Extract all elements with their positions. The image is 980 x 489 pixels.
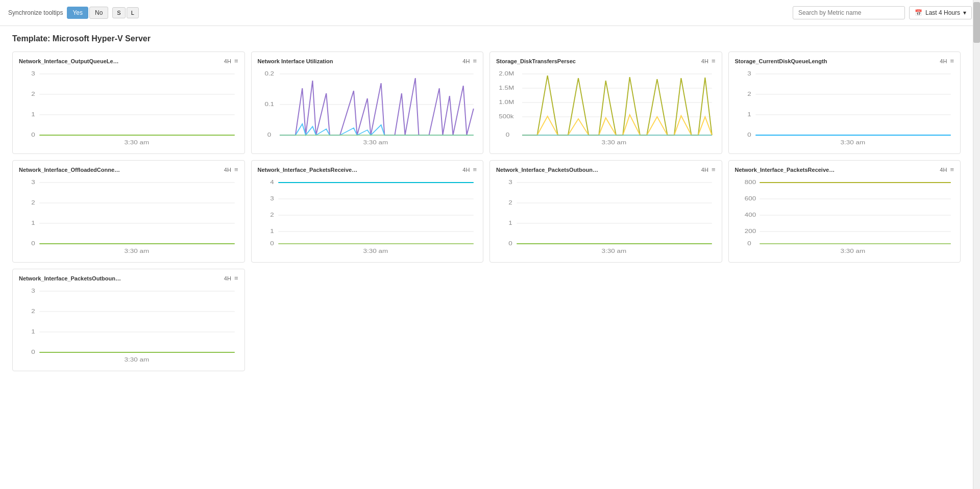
chart-card-2: Network Interface Utilization 4H ≡ 0.2 0… (251, 52, 484, 154)
svg-text:3:30 am: 3:30 am (840, 248, 865, 254)
size-l-button[interactable]: L (127, 7, 139, 18)
no-button[interactable]: No (89, 7, 108, 19)
svg-text:0: 0 (31, 349, 35, 355)
svg-text:400: 400 (744, 212, 756, 218)
chart-controls-6: 4H ≡ (462, 166, 477, 173)
svg-text:2: 2 (31, 308, 35, 315)
top-bar: Synchronize tooltips Yes No S L 📅 Last 4… (0, 0, 980, 26)
top-bar-right: 📅 Last 4 Hours ▾ (793, 6, 972, 19)
chart-svg-8: 800 600 400 200 0 3:30 (735, 176, 954, 258)
svg-text:0: 0 (31, 241, 35, 247)
svg-text:0: 0 (747, 132, 751, 138)
chart-controls-7: 4H ≡ (701, 166, 716, 173)
chart-body-5: 3 2 1 0 3:30 am (19, 176, 238, 258)
chart-svg-4: 3 2 1 0 3:30 am (735, 68, 954, 149)
chart-time-8: 4H (940, 167, 947, 173)
search-input[interactable] (793, 6, 905, 19)
svg-text:2: 2 (747, 91, 751, 97)
size-s-button[interactable]: S (112, 7, 125, 18)
chart-menu-icon-4[interactable]: ≡ (950, 57, 954, 65)
svg-text:3:30 am: 3:30 am (363, 248, 388, 254)
chart-menu-icon-5[interactable]: ≡ (234, 166, 238, 173)
svg-text:1: 1 (31, 220, 35, 226)
charts-grid: Network_Interface_OutputQueueLength 4H ≡… (12, 52, 961, 371)
svg-text:2: 2 (270, 212, 274, 218)
yes-no-group: Yes No (67, 7, 108, 19)
svg-text:1: 1 (31, 112, 35, 118)
chart-menu-icon-6[interactable]: ≡ (473, 166, 477, 173)
chart-card-4: Storage_CurrentDiskQueueLength 4H ≡ 3 2 … (728, 52, 961, 154)
chart-svg-7: 3 2 1 0 3:30 am (496, 176, 716, 258)
svg-text:3:30 am: 3:30 am (840, 140, 865, 146)
chart-title-2: Network Interface Utilization (258, 58, 333, 64)
chart-menu-icon-9[interactable]: ≡ (234, 274, 238, 282)
chart-svg-1: 3 2 1 0 3:30 am (19, 68, 238, 149)
chart-time-5: 4H (224, 167, 231, 173)
chart-controls-3: 4H ≡ (701, 57, 716, 65)
chart-controls-9: 4H ≡ (224, 274, 238, 282)
svg-text:3:30 am: 3:30 am (125, 357, 150, 363)
svg-text:1.5M: 1.5M (499, 85, 514, 91)
chart-header-3: Storage_DiskTransfersPersec 4H ≡ (496, 57, 716, 65)
svg-text:1: 1 (747, 112, 751, 118)
svg-text:3:30 am: 3:30 am (363, 140, 388, 146)
chart-title-6: Network_Interface_PacketsReceivedErrors (258, 167, 360, 173)
chart-body-8: 800 600 400 200 0 3:30 (735, 176, 954, 258)
svg-text:3: 3 (31, 71, 35, 77)
svg-text:500k: 500k (499, 114, 513, 120)
chart-card-8: Network_Interface_PacketsReceivedDiscard… (728, 160, 961, 263)
chart-controls-2: 4H ≡ (462, 57, 477, 65)
chart-header-7: Network_Interface_PacketsOutboundDiscar.… (496, 166, 716, 173)
chart-time-7: 4H (701, 167, 708, 173)
chart-menu-icon-8[interactable]: ≡ (950, 166, 954, 173)
scrollbar-thumb[interactable] (973, 2, 980, 43)
chart-time-6: 4H (462, 167, 470, 173)
chart-svg-9: 3 2 1 0 3:30 am (19, 285, 238, 367)
chart-body-9: 3 2 1 0 3:30 am (19, 285, 238, 367)
svg-text:4: 4 (270, 179, 274, 186)
svg-text:3: 3 (31, 179, 35, 186)
svg-text:3: 3 (270, 196, 274, 202)
svg-text:0: 0 (506, 132, 510, 138)
svg-text:3: 3 (31, 288, 35, 294)
sync-label: Synchronize tooltips (8, 9, 63, 16)
chart-body-2: 0.2 0.1 0 3:30 am (258, 68, 477, 149)
chart-time-3: 4H (701, 58, 708, 64)
svg-text:1: 1 (31, 329, 35, 335)
svg-text:0.2: 0.2 (264, 71, 274, 77)
chart-card-5: Network_Interface_OffloadedConnections 4… (12, 160, 245, 263)
chart-menu-icon-7[interactable]: ≡ (712, 166, 716, 173)
chart-menu-icon-2[interactable]: ≡ (473, 57, 477, 65)
chart-menu-icon-1[interactable]: ≡ (234, 57, 238, 65)
content: Template: Microsoft Hyper-V Server Netwo… (0, 26, 973, 379)
time-picker[interactable]: 📅 Last 4 Hours ▾ (909, 6, 972, 19)
svg-text:3: 3 (508, 179, 512, 186)
svg-text:800: 800 (744, 179, 756, 186)
chart-svg-3: 2.0M 1.5M 1.0M 500k 0 (496, 68, 716, 149)
chart-header-9: Network_Interface_PacketsOutboundErrors … (19, 274, 238, 282)
title-value: Microsoft Hyper-V Server (53, 34, 151, 43)
chart-menu-icon-3[interactable]: ≡ (712, 57, 716, 65)
chart-svg-5: 3 2 1 0 3:30 am (19, 176, 238, 258)
scrollbar-track[interactable] (973, 0, 980, 489)
chart-card-9: Network_Interface_PacketsOutboundErrors … (12, 269, 245, 371)
svg-text:0: 0 (270, 241, 274, 247)
chart-title-3: Storage_DiskTransfersPersec (496, 58, 576, 64)
calendar-icon: 📅 (915, 9, 922, 16)
chart-card-7: Network_Interface_PacketsOutboundDiscar.… (489, 160, 722, 263)
svg-text:2: 2 (31, 91, 35, 97)
chart-body-6: 4 3 2 1 0 3:30 am (258, 176, 477, 258)
chevron-down-icon: ▾ (963, 9, 966, 16)
chart-title-5: Network_Interface_OffloadedConnections (19, 167, 121, 173)
svg-text:1.0M: 1.0M (499, 99, 514, 106)
chart-header-5: Network_Interface_OffloadedConnections 4… (19, 166, 238, 173)
chart-header-4: Storage_CurrentDiskQueueLength 4H ≡ (735, 57, 954, 65)
svg-text:2: 2 (31, 200, 35, 206)
chart-body-1: 3 2 1 0 3:30 am (19, 68, 238, 149)
chart-title-7: Network_Interface_PacketsOutboundDiscar.… (496, 167, 598, 173)
svg-text:3:30 am: 3:30 am (125, 140, 150, 146)
top-bar-left: Synchronize tooltips Yes No S L (8, 7, 139, 19)
page-title: Template: Microsoft Hyper-V Server (12, 34, 961, 43)
chart-svg-6: 4 3 2 1 0 3:30 am (258, 176, 477, 258)
yes-button[interactable]: Yes (67, 7, 88, 19)
